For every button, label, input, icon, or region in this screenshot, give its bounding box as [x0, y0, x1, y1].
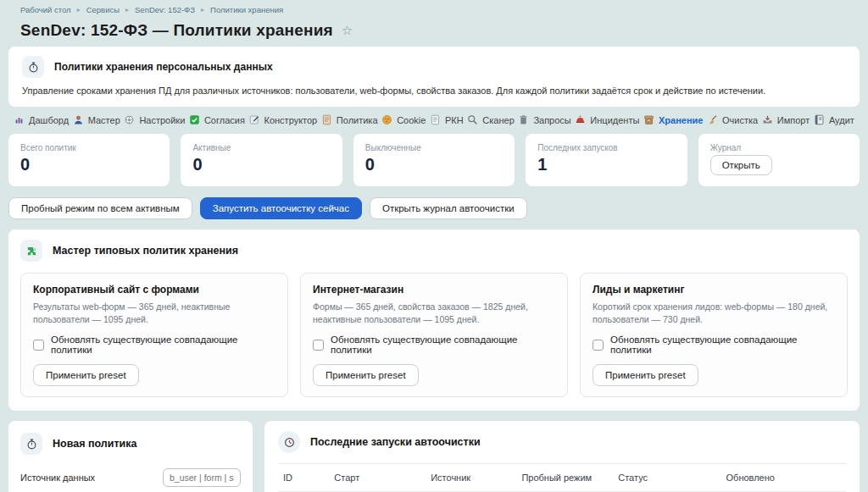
person-icon [73, 114, 84, 125]
tab-bar: Дашборд Мастер Настройки Согласия Констр… [8, 107, 860, 131]
puzzle-icon [20, 240, 42, 262]
stat-label: Всего политик [20, 143, 158, 152]
preset-description: Короткий срок хранения лидов: web-формы … [593, 301, 835, 326]
stat-value: 0 [192, 155, 330, 174]
column-header-updated: Обновлено [721, 464, 846, 492]
stat-card-disabled: Выключенные 0 [353, 134, 515, 186]
trial-mode-button[interactable]: Пробный режим по всем активным [8, 197, 192, 219]
tab-consents[interactable]: Согласия [189, 114, 245, 125]
tab-import[interactable]: Импорт [762, 114, 810, 125]
tab-cookie[interactable]: Cookie [381, 114, 426, 125]
cookie-icon [381, 114, 392, 125]
broom-icon [707, 114, 718, 125]
apply-preset-button[interactable]: Применить preset [593, 364, 698, 386]
scroll-icon [321, 114, 332, 125]
check-square-icon [189, 114, 200, 125]
stat-label: Активные [192, 143, 330, 152]
preset-master-title: Мастер типовых политик хранения [53, 245, 238, 257]
breadcrumb-desktop[interactable]: Рабочий стол [20, 5, 71, 14]
stat-card-recent-runs: Последних запусков 1 [526, 134, 687, 186]
run-autoclean-button[interactable]: Запустить автоочистку сейчас [200, 197, 362, 219]
update-existing-checkbox[interactable] [593, 340, 604, 351]
stopwatch-icon [22, 56, 44, 78]
autoclean-runs-title: Последние запуски автоочистки [310, 436, 481, 448]
tab-master[interactable]: Мастер [73, 114, 120, 125]
breadcrumb-sendev[interactable]: SenDev: 152-ФЗ [135, 5, 195, 14]
breadcrumb-separator-icon: ▸ [125, 6, 129, 14]
stat-value: 1 [537, 155, 675, 174]
stat-card-active: Активные 0 [181, 134, 342, 186]
tab-policy[interactable]: Политика [321, 114, 378, 125]
breadcrumb: Рабочий стол ▸ Сервисы ▸ SenDev: 152-ФЗ … [8, 0, 860, 16]
preset-card-shop: Интернет-магазин Формы — 365 дней, свойс… [300, 273, 568, 397]
preset-title: Корпоративный сайт с формами [33, 284, 275, 296]
clock-icon [278, 431, 300, 453]
new-policy-section: Новая политика Источник данных Тип сущно… [8, 421, 253, 492]
apply-preset-button[interactable]: Применить preset [33, 364, 139, 386]
open-autoclean-journal-button[interactable]: Открыть журнал автоочистки [370, 197, 527, 219]
breadcrumb-separator-icon: ▸ [201, 6, 204, 14]
preset-description: Формы — 365 дней, свойства заказов — 182… [313, 301, 555, 326]
tab-cleanup[interactable]: Очистка [707, 114, 758, 125]
apply-preset-button[interactable]: Применить preset [313, 364, 419, 386]
document-icon [430, 114, 441, 125]
column-header-start: Старт [329, 464, 426, 492]
tab-settings[interactable]: Настройки [124, 114, 185, 125]
banner-title: Политики хранения персональных данных [54, 61, 273, 73]
preset-title: Лиды и маркетинг [593, 284, 835, 296]
bar-chart-icon [14, 114, 25, 125]
tab-incidents[interactable]: Инциденты [575, 114, 639, 125]
info-banner: Политики хранения персональных данных Уп… [8, 47, 860, 107]
column-header-status: Статус [613, 464, 721, 492]
tab-constructor[interactable]: Конструктор [249, 114, 318, 125]
banner-description: Управление сроками хранения ПД для разли… [22, 86, 846, 96]
column-header-source: Источник [426, 464, 516, 492]
runs-table: ID Старт Источник Пробный режим Статус О… [278, 463, 846, 492]
stat-label: Выключенные [365, 143, 503, 152]
breadcrumb-current[interactable]: Политики хранения [210, 5, 283, 14]
stat-label: Последних запусков [537, 143, 675, 152]
stat-card-journal: Журнал Открыть [698, 134, 860, 186]
column-header-trial: Пробный режим [516, 464, 613, 492]
column-header-id: ID [278, 464, 329, 492]
magnifier-icon [467, 114, 478, 125]
preset-description: Результаты web-форм — 365 дней, неактивн… [33, 301, 275, 326]
import-icon [762, 114, 773, 125]
preset-card-corporate: Корпоративный сайт с формами Результаты … [20, 273, 288, 397]
stopwatch-icon [20, 433, 42, 455]
tab-storage[interactable]: Хранение [643, 114, 703, 125]
autoclean-runs-section: Последние запуски автоочистки ID Старт И… [264, 421, 860, 492]
breadcrumb-services[interactable]: Сервисы [86, 5, 120, 14]
archive-box-icon [643, 114, 654, 125]
tab-rkn[interactable]: РКН [430, 114, 464, 125]
preset-master-section: Мастер типовых политик хранения Корпорат… [8, 229, 860, 411]
checkbox-label: Обновлять существующие совпадающие полит… [610, 334, 835, 355]
update-existing-checkbox[interactable] [313, 340, 324, 351]
alarm-icon [575, 114, 586, 125]
checkbox-label: Обновлять существующие совпадающие полит… [331, 334, 555, 355]
tab-scanner[interactable]: Сканер [467, 114, 514, 125]
stat-value: 0 [20, 155, 158, 174]
tab-dashboard[interactable]: Дашборд [14, 114, 69, 125]
data-source-input[interactable] [163, 468, 241, 487]
trash-icon [518, 114, 529, 125]
open-journal-button[interactable]: Открыть [710, 155, 772, 175]
stat-card-total: Всего политик 0 [8, 134, 170, 186]
data-source-label: Источник данных [20, 473, 95, 483]
checkbox-label: Обновлять существующие совпадающие полит… [51, 334, 275, 355]
favorite-star-icon[interactable]: ☆ [342, 23, 353, 38]
preset-card-leads: Лиды и маркетинг Короткий срок хранения … [580, 273, 848, 397]
gear-icon [124, 114, 135, 125]
page-title: SenDev: 152-ФЗ — Политики хранения [20, 21, 333, 40]
stat-value: 0 [365, 155, 503, 174]
stat-label: Журнал [710, 143, 848, 152]
update-existing-checkbox[interactable] [33, 340, 44, 351]
tab-audit[interactable]: Аудит [814, 114, 854, 125]
journal-book-icon [814, 114, 825, 125]
edit-note-icon [249, 114, 260, 125]
new-policy-title: Новая политика [53, 438, 136, 450]
tab-requests[interactable]: Запросы [518, 114, 570, 125]
breadcrumb-separator-icon: ▸ [77, 6, 81, 14]
preset-title: Интернет-магазин [313, 284, 555, 296]
